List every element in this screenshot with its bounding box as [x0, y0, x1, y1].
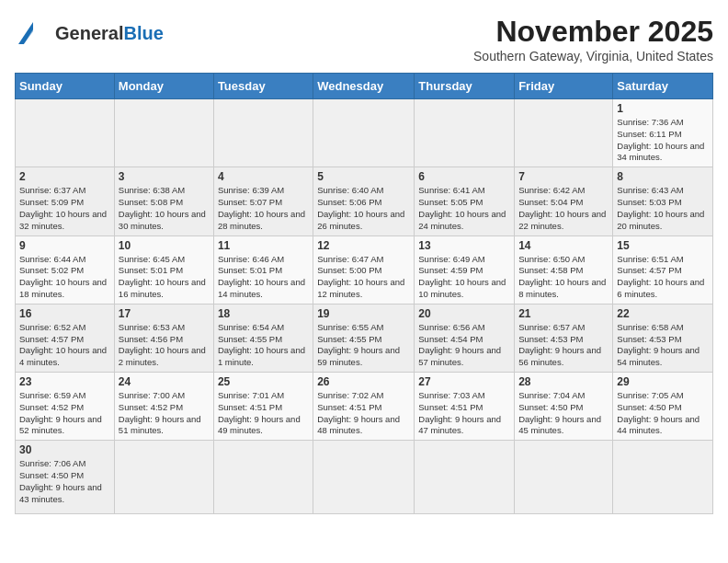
day-info: Sunrise: 6:59 AM Sunset: 4:52 PM Dayligh… [19, 390, 110, 437]
day-info: Sunrise: 6:47 AM Sunset: 5:00 PM Dayligh… [317, 254, 410, 301]
calendar-cell: 9Sunrise: 6:44 AM Sunset: 5:02 PM Daylig… [16, 236, 115, 304]
day-number: 13 [418, 239, 510, 252]
calendar-cell: 26Sunrise: 7:02 AM Sunset: 4:51 PM Dayli… [313, 373, 415, 441]
day-number: 19 [317, 307, 410, 320]
day-info: Sunrise: 6:51 AM Sunset: 4:57 PM Dayligh… [617, 254, 709, 301]
calendar-cell: 23Sunrise: 6:59 AM Sunset: 4:52 PM Dayli… [16, 373, 115, 441]
day-info: Sunrise: 6:41 AM Sunset: 5:05 PM Dayligh… [418, 185, 510, 232]
calendar-cell: 28Sunrise: 7:04 AM Sunset: 4:50 PM Dayli… [515, 373, 613, 441]
day-info: Sunrise: 7:02 AM Sunset: 4:51 PM Dayligh… [317, 390, 410, 437]
day-number: 12 [317, 239, 410, 252]
day-info: Sunrise: 6:50 AM Sunset: 4:58 PM Dayligh… [518, 254, 609, 301]
column-header-friday: Friday [515, 74, 613, 99]
day-number: 27 [418, 375, 510, 388]
day-number: 16 [19, 307, 110, 320]
calendar-cell [114, 99, 213, 167]
calendar-cell [415, 441, 515, 514]
calendar-cell [213, 99, 313, 167]
calendar-cell [213, 441, 313, 514]
day-number: 8 [617, 170, 709, 183]
calendar-cell: 7Sunrise: 6:42 AM Sunset: 5:04 PM Daylig… [515, 167, 613, 236]
calendar-cell [114, 441, 213, 514]
day-info: Sunrise: 6:55 AM Sunset: 4:55 PM Dayligh… [317, 322, 410, 369]
calendar-table: SundayMondayTuesdayWednesdayThursdayFrid… [15, 73, 713, 514]
day-number: 21 [518, 307, 609, 320]
day-number: 5 [317, 170, 410, 183]
location-title: Southern Gateway, Virginia, United State… [473, 49, 713, 63]
day-info: Sunrise: 6:38 AM Sunset: 5:08 PM Dayligh… [119, 185, 210, 232]
day-info: Sunrise: 6:57 AM Sunset: 4:53 PM Dayligh… [518, 322, 609, 369]
calendar-week-row: 16Sunrise: 6:52 AM Sunset: 4:57 PM Dayli… [16, 304, 713, 372]
calendar-cell: 29Sunrise: 7:05 AM Sunset: 4:50 PM Dayli… [613, 373, 713, 441]
calendar-cell: 10Sunrise: 6:45 AM Sunset: 5:01 PM Dayli… [114, 236, 213, 304]
calendar-cell [415, 99, 515, 167]
day-info: Sunrise: 7:04 AM Sunset: 4:50 PM Dayligh… [518, 390, 609, 437]
day-info: Sunrise: 6:54 AM Sunset: 4:55 PM Dayligh… [218, 322, 309, 369]
calendar-cell: 18Sunrise: 6:54 AM Sunset: 4:55 PM Dayli… [213, 304, 313, 372]
column-header-wednesday: Wednesday [313, 74, 415, 99]
logo-icon [15, 15, 48, 48]
day-number: 26 [317, 375, 410, 388]
day-number: 7 [518, 170, 609, 183]
day-number: 15 [617, 239, 709, 252]
calendar-cell [515, 99, 613, 167]
calendar-week-row: 9Sunrise: 6:44 AM Sunset: 5:02 PM Daylig… [16, 236, 713, 304]
day-number: 9 [19, 239, 110, 252]
day-number: 28 [518, 375, 609, 388]
day-number: 30 [19, 443, 110, 456]
column-header-thursday: Thursday [415, 74, 515, 99]
calendar-cell: 2Sunrise: 6:37 AM Sunset: 5:09 PM Daylig… [16, 167, 115, 236]
calendar-cell: 8Sunrise: 6:43 AM Sunset: 5:03 PM Daylig… [613, 167, 713, 236]
day-info: Sunrise: 6:58 AM Sunset: 4:53 PM Dayligh… [617, 322, 709, 369]
calendar-cell: 30Sunrise: 7:06 AM Sunset: 4:50 PM Dayli… [16, 441, 115, 514]
day-info: Sunrise: 7:36 AM Sunset: 6:11 PM Dayligh… [617, 117, 709, 164]
calendar-cell: 15Sunrise: 6:51 AM Sunset: 4:57 PM Dayli… [613, 236, 713, 304]
column-header-sunday: Sunday [16, 74, 115, 99]
day-number: 20 [418, 307, 510, 320]
calendar-week-row: 1Sunrise: 7:36 AM Sunset: 6:11 PM Daylig… [16, 99, 713, 167]
day-info: Sunrise: 7:00 AM Sunset: 4:52 PM Dayligh… [119, 390, 210, 437]
day-info: Sunrise: 6:39 AM Sunset: 5:07 PM Dayligh… [218, 185, 309, 232]
calendar-cell: 4Sunrise: 6:39 AM Sunset: 5:07 PM Daylig… [213, 167, 313, 236]
day-number: 17 [119, 307, 210, 320]
day-info: Sunrise: 6:56 AM Sunset: 4:54 PM Dayligh… [418, 322, 510, 369]
day-number: 10 [119, 239, 210, 252]
calendar-cell: 14Sunrise: 6:50 AM Sunset: 4:58 PM Dayli… [515, 236, 613, 304]
calendar-week-row: 30Sunrise: 7:06 AM Sunset: 4:50 PM Dayli… [16, 441, 713, 514]
day-number: 4 [218, 170, 309, 183]
column-header-saturday: Saturday [613, 74, 713, 99]
calendar-cell [515, 441, 613, 514]
day-info: Sunrise: 6:37 AM Sunset: 5:09 PM Dayligh… [19, 185, 110, 232]
calendar-cell: 13Sunrise: 6:49 AM Sunset: 4:59 PM Dayli… [415, 236, 515, 304]
day-info: Sunrise: 6:40 AM Sunset: 5:06 PM Dayligh… [317, 185, 410, 232]
day-info: Sunrise: 7:06 AM Sunset: 4:50 PM Dayligh… [19, 458, 110, 505]
day-number: 29 [617, 375, 709, 388]
calendar-cell: 3Sunrise: 6:38 AM Sunset: 5:08 PM Daylig… [114, 167, 213, 236]
calendar-cell: 16Sunrise: 6:52 AM Sunset: 4:57 PM Dayli… [16, 304, 115, 372]
calendar-week-row: 23Sunrise: 6:59 AM Sunset: 4:52 PM Dayli… [16, 373, 713, 441]
column-header-monday: Monday [114, 74, 213, 99]
day-number: 25 [218, 375, 309, 388]
calendar-cell [313, 99, 415, 167]
day-info: Sunrise: 6:46 AM Sunset: 5:01 PM Dayligh… [218, 254, 309, 301]
day-number: 11 [218, 239, 309, 252]
day-info: Sunrise: 6:42 AM Sunset: 5:04 PM Dayligh… [518, 185, 609, 232]
logo-text: GeneralBlue [55, 23, 164, 44]
day-number: 3 [119, 170, 210, 183]
day-number: 22 [617, 307, 709, 320]
day-number: 6 [418, 170, 510, 183]
calendar-cell: 22Sunrise: 6:58 AM Sunset: 4:53 PM Dayli… [613, 304, 713, 372]
calendar-cell: 25Sunrise: 7:01 AM Sunset: 4:51 PM Dayli… [213, 373, 313, 441]
day-info: Sunrise: 7:05 AM Sunset: 4:50 PM Dayligh… [617, 390, 709, 437]
calendar-cell: 24Sunrise: 7:00 AM Sunset: 4:52 PM Dayli… [114, 373, 213, 441]
day-info: Sunrise: 6:49 AM Sunset: 4:59 PM Dayligh… [418, 254, 510, 301]
day-number: 1 [617, 102, 709, 115]
day-number: 18 [218, 307, 309, 320]
calendar-cell: 6Sunrise: 6:41 AM Sunset: 5:05 PM Daylig… [415, 167, 515, 236]
calendar-cell: 11Sunrise: 6:46 AM Sunset: 5:01 PM Dayli… [213, 236, 313, 304]
month-title: November 2025 [473, 15, 713, 49]
calendar-cell [16, 99, 115, 167]
day-number: 14 [518, 239, 609, 252]
day-info: Sunrise: 6:52 AM Sunset: 4:57 PM Dayligh… [19, 322, 110, 369]
day-info: Sunrise: 6:45 AM Sunset: 5:01 PM Dayligh… [119, 254, 210, 301]
